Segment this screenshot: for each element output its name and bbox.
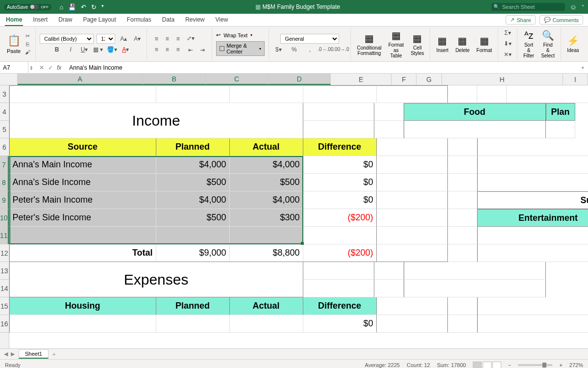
expand-formula-bar-icon[interactable]: ▾: [578, 65, 588, 70]
col-header-f[interactable]: F: [392, 74, 416, 85]
fill-color-button[interactable]: 🪣▾: [106, 45, 117, 54]
food-header[interactable]: Food: [404, 103, 546, 121]
tab-view[interactable]: View: [215, 14, 229, 26]
font-color-button[interactable]: A▾: [120, 45, 131, 54]
home-icon[interactable]: ⌂: [59, 3, 63, 11]
align-middle-icon[interactable]: ≡: [162, 34, 172, 44]
align-top-icon[interactable]: ≡: [151, 34, 162, 44]
row-header[interactable]: 9: [0, 191, 9, 209]
font-size-select[interactable]: 12: [97, 34, 115, 44]
row-header[interactable]: 10: [0, 209, 9, 227]
cell[interactable]: Anna's Main Income: [9, 156, 156, 174]
row-header[interactable]: 13: [0, 262, 9, 280]
format-painter-icon[interactable]: 🖌: [24, 49, 31, 55]
name-box[interactable]: A7: [0, 62, 28, 73]
col-header-b[interactable]: B: [143, 74, 206, 85]
row-header[interactable]: 3: [0, 85, 9, 103]
paste-button[interactable]: 📋 Paste: [7, 34, 21, 54]
fx-icon[interactable]: fx: [57, 64, 61, 71]
orientation-icon[interactable]: ⤢▾: [185, 33, 196, 43]
comma-icon[interactable]: ,: [304, 45, 315, 54]
prev-sheet-icon[interactable]: ◀: [4, 351, 8, 357]
col-header-d[interactable]: D: [268, 74, 331, 85]
income-title[interactable]: Income: [9, 103, 303, 138]
enter-formula-icon[interactable]: ✓: [48, 64, 53, 71]
add-sheet-button[interactable]: +: [49, 350, 59, 358]
page-layout-view-icon[interactable]: [483, 362, 491, 368]
ideas-button[interactable]: ⚡Ideas: [565, 35, 581, 53]
spreadsheet-grid[interactable]: A B C D E F G H I 3 4 5 6 7 8 9 10 11 12…: [0, 74, 588, 348]
merge-center-button[interactable]: Merge & Center▾: [216, 41, 265, 56]
increase-indent-icon[interactable]: ⇥: [197, 45, 208, 55]
wrap-text-button[interactable]: ↩ Wrap Text ▾: [216, 32, 252, 38]
normal-view-icon[interactable]: [473, 362, 482, 368]
comments-button[interactable]: 💬 Comments: [539, 15, 583, 25]
page-break-view-icon[interactable]: [492, 362, 501, 368]
increase-font-icon[interactable]: A▴: [118, 34, 129, 44]
col-header-i[interactable]: I: [563, 74, 588, 85]
insert-cells-button[interactable]: ▦Insert: [434, 35, 450, 53]
save-icon[interactable]: 💾: [68, 3, 76, 11]
percent-icon[interactable]: %: [289, 45, 299, 54]
redo-icon[interactable]: ↻: [91, 3, 97, 11]
fill-icon[interactable]: ⬇▾: [502, 39, 513, 49]
font-name-select[interactable]: Calibri (Body): [40, 34, 94, 44]
borders-button[interactable]: ▦ ▾: [93, 45, 103, 54]
decrease-indent-icon[interactable]: ⇤: [185, 45, 196, 55]
align-bottom-icon[interactable]: ≡: [172, 34, 183, 44]
next-sheet-icon[interactable]: ▶: [11, 351, 15, 357]
format-cells-button[interactable]: ▦Format: [474, 35, 494, 53]
zoom-out-button[interactable]: −: [508, 362, 511, 368]
cancel-formula-icon[interactable]: ✕: [39, 64, 44, 71]
col-header-c[interactable]: C: [206, 74, 269, 85]
tab-page-layout[interactable]: Page Layout: [82, 14, 117, 26]
zoom-slider[interactable]: [518, 364, 552, 366]
tab-formulas[interactable]: Formulas: [126, 14, 152, 26]
select-all-corner[interactable]: [0, 74, 18, 85]
number-format-select[interactable]: General: [280, 34, 339, 44]
row-header[interactable]: 11: [0, 227, 9, 244]
tab-data[interactable]: Data: [161, 14, 175, 26]
search-sheet-input[interactable]: Search Sheet: [491, 3, 565, 11]
expenses-title[interactable]: Expenses: [9, 262, 303, 297]
sort-filter-button[interactable]: ᴬzSort & Filter: [521, 29, 536, 58]
source-header[interactable]: Source: [9, 138, 156, 156]
underline-button[interactable]: U ▾: [79, 45, 90, 54]
row-header[interactable]: 5: [0, 121, 9, 138]
col-header-a[interactable]: A: [18, 74, 143, 85]
col-header-g[interactable]: G: [416, 74, 441, 85]
row-header[interactable]: 15: [0, 297, 9, 315]
col-header-h[interactable]: H: [442, 74, 563, 85]
clear-icon[interactable]: ✕▾: [502, 50, 513, 59]
row-header[interactable]: 7: [0, 156, 9, 174]
share-button[interactable]: ↗ Share: [506, 15, 535, 25]
cut-icon[interactable]: ✂: [24, 33, 31, 40]
formula-input[interactable]: Anna's Main Income: [66, 64, 578, 71]
decrease-font-icon[interactable]: A▾: [132, 34, 143, 44]
undo-icon[interactable]: ↶: [81, 3, 86, 11]
autosave-toggle[interactable]: AutoSave OFF: [4, 4, 51, 10]
row-header[interactable]: 6: [0, 138, 9, 156]
conditional-formatting-button[interactable]: ▦Conditional Formatting: [355, 32, 383, 56]
row-header[interactable]: 4: [0, 103, 9, 121]
tab-home[interactable]: Home: [5, 14, 23, 26]
row-header[interactable]: 8: [0, 174, 9, 191]
feedback-icon[interactable]: ☺: [570, 3, 577, 11]
row-header[interactable]: 16: [0, 315, 9, 333]
ribbon-collapse-icon[interactable]: ˅: [582, 4, 584, 10]
row-header[interactable]: 12: [0, 244, 9, 262]
align-center-icon[interactable]: ≡: [162, 45, 172, 54]
autosum-icon[interactable]: Σ▾: [502, 28, 513, 38]
bold-button[interactable]: B: [51, 45, 62, 54]
row-header[interactable]: 14: [0, 280, 9, 297]
col-header-e[interactable]: E: [331, 74, 392, 85]
cell-styles-button[interactable]: ▦Cell Styles: [409, 32, 426, 56]
delete-cells-button[interactable]: ▦Delete: [453, 35, 471, 53]
tab-review[interactable]: Review: [184, 14, 205, 26]
copy-icon[interactable]: ⎘: [24, 41, 31, 48]
decrease-decimal-icon[interactable]: .00→.0: [336, 45, 346, 54]
align-left-icon[interactable]: ≡: [151, 45, 162, 54]
find-select-button[interactable]: 🔍Find & Select: [539, 29, 557, 58]
align-right-icon[interactable]: ≡: [172, 45, 183, 54]
italic-button[interactable]: I: [65, 45, 76, 54]
